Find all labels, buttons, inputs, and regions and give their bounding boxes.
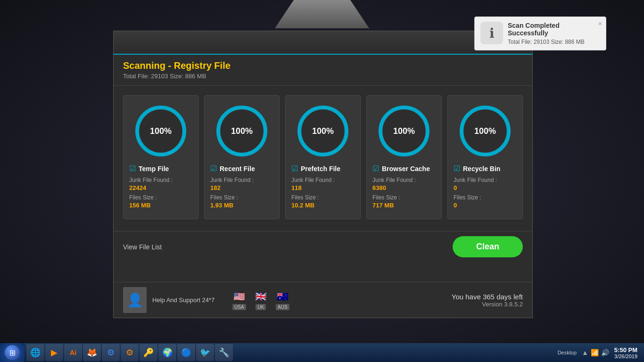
checkbox-recent[interactable]: ☑ <box>210 164 217 173</box>
support-avatar: 👤 <box>123 287 147 313</box>
size-value-recent: 1.93 MB <box>210 202 233 209</box>
card-title-row-browser: ☑ Browser Cache <box>372 164 436 173</box>
checkbox-recycle[interactable]: ☑ <box>454 164 460 173</box>
app-window: 🏠 ✉ 0 Scanning - Registry File Total Fil… <box>113 31 533 318</box>
junk-label-recycle: Junk File Found : <box>454 177 497 183</box>
percent-recent: 100% <box>221 110 263 152</box>
taskbar-app-ie[interactable]: 🌐 <box>26 344 44 361</box>
flag-buttons: 🇺🇸 USA 🇬🇧 UK 🇦🇺 AUS <box>230 290 292 310</box>
circle-recycle-bin: 100% <box>457 103 513 159</box>
aus-flag-icon: 🇦🇺 <box>273 290 292 303</box>
size-value-prefetch: 10.2 MB <box>291 202 314 209</box>
junk-label-prefetch: Junk File Found : <box>291 177 335 183</box>
size-value-browser: 717 MB <box>372 202 394 209</box>
app-header: 🏠 ✉ 0 <box>114 31 532 55</box>
circle-browser-cache: 100% <box>376 103 432 159</box>
percent-browser: 100% <box>383 110 425 152</box>
clock-time: 5:50 PM <box>614 346 637 354</box>
size-label-prefetch: Files Size : <box>291 194 319 201</box>
taskbar-time: 5:50 PM 3/26/2019 <box>611 346 640 359</box>
notification-title: Scan Completed Successfully <box>508 22 600 37</box>
flag-usa[interactable]: 🇺🇸 USA <box>230 290 248 310</box>
notification-detail: Total File: 29103 Size: 886 MB <box>508 39 600 45</box>
checkbox-prefetch[interactable]: ☑ <box>291 164 298 173</box>
notification-popup: ℹ Scan Completed Successfully Total File… <box>474 16 606 50</box>
days-left: You have 365 days left <box>452 293 523 301</box>
size-label-browser: Files Size : <box>372 194 400 201</box>
uk-flag-icon: 🇬🇧 <box>251 290 270 303</box>
version-number: Version 3.8.5.2 <box>452 301 523 308</box>
arrow-icon[interactable]: ▲ <box>582 349 588 356</box>
version-info: You have 365 days left Version 3.8.5.2 <box>452 293 523 308</box>
junk-value-recent: 182 <box>210 184 221 191</box>
percent-recycle: 100% <box>464 110 506 152</box>
start-button[interactable]: ⊞ <box>0 343 25 362</box>
uk-label: UK <box>256 304 266 310</box>
taskbar-app-tool[interactable]: 🔧 <box>215 344 233 361</box>
support-left: 👤 Help And Support 24*7 🇺🇸 USA 🇬🇧 UK 🇦🇺 … <box>123 287 292 313</box>
size-value-recycle: 0 <box>454 202 457 209</box>
taskbar-app-media[interactable]: ▶ <box>45 344 63 361</box>
taskbar: ⊞ 🌐 ▶ Ai 🦊 ⚙ ⚙ 🔑 🌍 🔵 🐦 🔧 Desktop ▲ 📶 🔊 5… <box>0 343 644 362</box>
card-title-row-recycle: ☑ Recycle Bin <box>454 164 517 173</box>
app-subtitle: Total File: 29103 Size: 886 MB <box>123 73 523 80</box>
desktop-label[interactable]: Desktop <box>555 350 579 355</box>
junk-label-recent: Junk File Found : <box>210 177 254 183</box>
view-file-list-link[interactable]: View File List <box>123 243 162 251</box>
usa-label: USA <box>232 304 246 310</box>
cards-area: 100% ☑ Temp File Junk File Found : 22424… <box>114 86 532 229</box>
percent-prefetch: 100% <box>302 110 344 152</box>
flag-uk[interactable]: 🇬🇧 UK <box>251 290 270 310</box>
start-orb-icon: ⊞ <box>5 345 20 360</box>
junk-value-temp: 22424 <box>129 184 146 191</box>
volume-icon[interactable]: 🔊 <box>601 349 609 356</box>
checkbox-temp[interactable]: ☑ <box>129 164 136 173</box>
notification-close-button[interactable]: × <box>598 20 602 27</box>
percent-temp: 100% <box>140 110 182 152</box>
clean-button[interactable]: Clean <box>453 236 523 257</box>
card-browser-cache: 100% ☑ Browser Cache Junk File Found : 6… <box>366 95 442 219</box>
network-icon: 📶 <box>591 349 599 356</box>
taskbar-app-firefox[interactable]: 🦊 <box>83 344 101 361</box>
title-area: Scanning - Registry File Total File: 291… <box>114 55 532 86</box>
card-label-recent: Recent File <box>220 165 255 173</box>
notification-icon: ℹ <box>480 22 503 44</box>
aus-label: AUS <box>276 304 289 310</box>
flag-aus[interactable]: 🇦🇺 AUS <box>273 290 292 310</box>
circle-temp-file: 100% <box>132 103 189 159</box>
junk-value-prefetch: 118 <box>291 184 302 191</box>
circle-prefetch-file: 100% <box>295 103 351 159</box>
card-label-prefetch: Prefetch File <box>301 165 340 173</box>
app-title: Scanning - Registry File <box>123 60 523 71</box>
usa-flag-icon: 🇺🇸 <box>230 290 248 303</box>
support-text: Help And Support 24*7 <box>152 296 215 304</box>
notification-content: Scan Completed Successfully Total File: … <box>508 22 600 45</box>
size-value-temp: 156 MB <box>129 202 151 209</box>
size-label-recycle: Files Size : <box>454 194 481 201</box>
card-recent-file: 100% ☑ Recent File Junk File Found : 182… <box>204 95 280 219</box>
card-title-row-temp: ☑ Temp File <box>129 164 192 173</box>
taskbar-app-globe[interactable]: 🔵 <box>177 344 195 361</box>
taskbar-app-bird[interactable]: 🐦 <box>196 344 214 361</box>
taskbar-app-chrome[interactable]: 🌍 <box>158 344 176 361</box>
taskbar-app-gear1[interactable]: ⚙ <box>102 344 120 361</box>
checkbox-browser[interactable]: ☑ <box>372 164 379 173</box>
card-label-recycle: Recycle Bin <box>463 165 500 173</box>
taskbar-app-key[interactable]: 🔑 <box>140 344 157 361</box>
card-title-row-recent: ☑ Recent File <box>210 164 273 173</box>
card-temp-file: 100% ☑ Temp File Junk File Found : 22424… <box>123 95 198 219</box>
taskbar-app-gear2[interactable]: ⚙ <box>121 344 139 361</box>
bottom-area: View File List Clean <box>114 231 532 264</box>
card-label-browser: Browser Cache <box>382 165 430 173</box>
junk-value-browser: 6380 <box>372 184 386 191</box>
taskbar-app-ai[interactable]: Ai <box>64 344 82 361</box>
junk-label-temp: Junk File Found : <box>129 177 173 183</box>
taskbar-apps: 🌐 ▶ Ai 🦊 ⚙ ⚙ 🔑 🌍 🔵 🐦 🔧 <box>25 344 551 361</box>
support-area: 👤 Help And Support 24*7 🇺🇸 USA 🇬🇧 UK 🇦🇺 … <box>114 282 532 318</box>
taskbar-right: Desktop ▲ 📶 🔊 5:50 PM 3/26/2019 <box>551 346 644 359</box>
card-recycle-bin: 100% ☑ Recycle Bin Junk File Found : 0 F… <box>447 95 523 219</box>
card-title-row-prefetch: ☑ Prefetch File <box>291 164 355 173</box>
card-label-temp: Temp File <box>139 165 169 173</box>
clock-date: 3/26/2019 <box>614 354 637 359</box>
circle-recent-file: 100% <box>214 103 270 159</box>
